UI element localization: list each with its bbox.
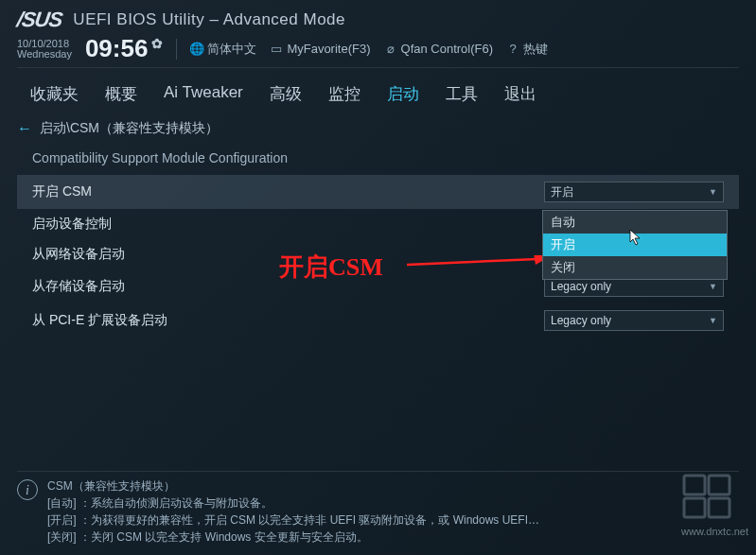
svg-rect-2 bbox=[684, 476, 705, 494]
tab-tool[interactable]: 工具 bbox=[446, 83, 478, 105]
option-label: 从存储设备启动 bbox=[32, 278, 125, 295]
time-text: 09:56 bbox=[85, 34, 149, 63]
breadcrumb-text: 启动\CSM（兼容性支持模块） bbox=[40, 120, 219, 137]
section-title: Compatibility Support Module Configurati… bbox=[32, 150, 739, 165]
fan-icon: ⌀ bbox=[384, 43, 397, 56]
svg-rect-4 bbox=[684, 498, 705, 517]
help-icon: ? bbox=[506, 43, 519, 56]
help-text: CSM（兼容性支持模块） [自动] ：系统自动侦测启动设备与附加设备。 [开启]… bbox=[47, 477, 539, 546]
option-label: 启动设备控制 bbox=[32, 216, 112, 233]
info-icon: i bbox=[17, 479, 38, 500]
utility-title: UEFI BIOS Utility – Advanced Mode bbox=[73, 10, 345, 29]
globe-icon: 🌐 bbox=[190, 43, 203, 56]
tab-advanced[interactable]: 高级 bbox=[270, 83, 302, 105]
language-button[interactable]: 🌐 简体中文 bbox=[190, 41, 256, 58]
myfavorite-label: MyFavorite(F3) bbox=[287, 42, 370, 56]
myfavorite-button[interactable]: ▭ MyFavorite(F3) bbox=[270, 42, 370, 56]
qfan-label: Qfan Control(F6) bbox=[401, 42, 494, 56]
chevron-down-icon: ▼ bbox=[709, 316, 717, 325]
tab-main[interactable]: 概要 bbox=[105, 83, 137, 105]
back-arrow-icon[interactable]: ← bbox=[17, 120, 32, 137]
folder-icon: ▭ bbox=[270, 43, 283, 56]
weekday-text: Wednesday bbox=[17, 49, 72, 60]
separator bbox=[176, 39, 177, 60]
dropdown-item-disabled[interactable]: 关闭 bbox=[543, 256, 727, 279]
hotkey-label: 热键 bbox=[523, 41, 548, 58]
help-panel: i CSM（兼容性支持模块） [自动] ：系统自动侦测启动设备与附加设备。 [开… bbox=[17, 471, 739, 546]
clock: 09:56 ✿ bbox=[85, 34, 164, 63]
hotkey-button[interactable]: ? 热键 bbox=[506, 41, 548, 58]
breadcrumb[interactable]: ← 启动\CSM（兼容性支持模块） bbox=[17, 120, 739, 137]
combo-value: Legacy only bbox=[551, 280, 611, 293]
watermark-logo-icon bbox=[680, 472, 737, 521]
datetime-block: 10/10/2018 Wednesday bbox=[17, 39, 72, 60]
tab-favorites[interactable]: 收藏夹 bbox=[30, 83, 79, 105]
annotation-arrow-icon bbox=[407, 255, 549, 274]
tab-exit[interactable]: 退出 bbox=[504, 83, 536, 105]
tab-boot[interactable]: 启动 bbox=[387, 83, 419, 105]
chevron-down-icon: ▼ bbox=[709, 187, 717, 197]
watermark-url: www.dnxtc.net bbox=[681, 525, 748, 538]
svg-line-0 bbox=[407, 259, 537, 265]
option-label: 从 PCI-E 扩展设备启动 bbox=[32, 312, 167, 329]
help-line: [自动] ：系统自动侦测启动设备与附加设备。 bbox=[47, 494, 539, 512]
combo-value: Legacy only bbox=[551, 314, 611, 327]
date-text: 10/10/2018 bbox=[17, 39, 72, 49]
combo-boot-pcie[interactable]: Legacy only ▼ bbox=[544, 310, 724, 331]
cursor-icon bbox=[629, 229, 644, 250]
option-label: 从网络设备启动 bbox=[32, 246, 125, 263]
brand-logo: /SUS bbox=[15, 8, 63, 32]
tab-ai-tweaker[interactable]: Ai Tweaker bbox=[164, 83, 243, 105]
help-title: CSM（兼容性支持模块） bbox=[47, 477, 539, 494]
annotation-text: 开启CSM bbox=[279, 251, 383, 284]
combo-launch-csm[interactable]: 开启 ▼ bbox=[544, 182, 724, 202]
qfan-button[interactable]: ⌀ Qfan Control(F6) bbox=[384, 42, 494, 56]
help-line: [开启] ：为获得更好的兼容性，开启 CSM 以完全支持非 UEFI 驱动附加设… bbox=[47, 512, 539, 529]
svg-rect-3 bbox=[709, 476, 730, 494]
gear-icon[interactable]: ✿ bbox=[151, 36, 163, 51]
option-launch-csm[interactable]: 开启 CSM 开启 ▼ bbox=[17, 175, 739, 209]
help-line: [关闭] ：关闭 CSM 以完全支持 Windows 安全更新与安全启动。 bbox=[47, 529, 539, 546]
language-label: 简体中文 bbox=[207, 41, 256, 58]
option-label: 开启 CSM bbox=[32, 183, 92, 200]
tab-monitor[interactable]: 监控 bbox=[328, 83, 360, 105]
svg-rect-5 bbox=[709, 498, 730, 517]
chevron-down-icon: ▼ bbox=[709, 282, 717, 291]
combo-value: 开启 bbox=[551, 184, 573, 200]
main-tabs: 收藏夹 概要 Ai Tweaker 高级 监控 启动 工具 退出 bbox=[17, 79, 739, 114]
option-boot-pcie[interactable]: 从 PCI-E 扩展设备启动 Legacy only ▼ bbox=[17, 304, 739, 338]
